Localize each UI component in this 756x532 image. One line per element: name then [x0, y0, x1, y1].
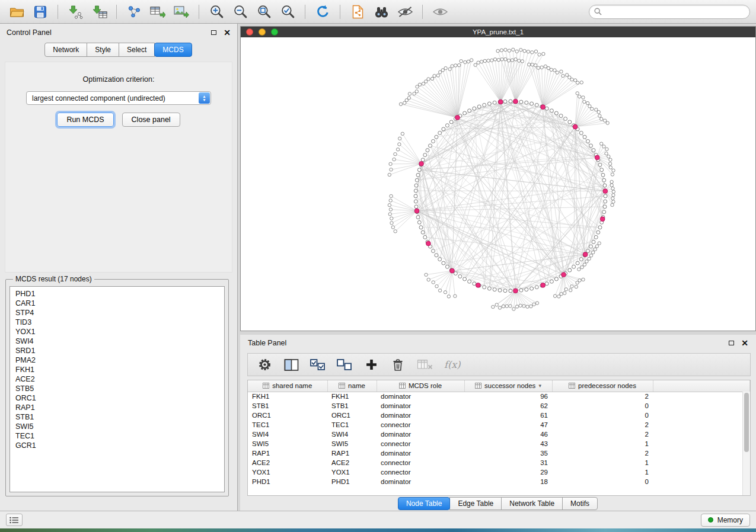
- network-node[interactable]: [557, 295, 560, 298]
- network-node[interactable]: [568, 268, 572, 272]
- network-node[interactable]: [473, 107, 476, 110]
- network-node[interactable]: [609, 158, 612, 161]
- network-node[interactable]: [432, 139, 435, 143]
- network-node[interactable]: [532, 303, 535, 306]
- table-row[interactable]: YOX1YOX1connector291: [248, 467, 750, 477]
- network-node[interactable]: [414, 194, 417, 198]
- network-node[interactable]: [432, 249, 435, 253]
- network-node[interactable]: [389, 162, 392, 165]
- tab-select[interactable]: Select: [119, 43, 155, 57]
- float-panel-icon[interactable]: [211, 30, 216, 35]
- network-node[interactable]: [605, 152, 608, 155]
- network-node[interactable]: [612, 169, 615, 172]
- network-node[interactable]: [445, 265, 449, 268]
- network-node[interactable]: [550, 68, 553, 71]
- network-graph[interactable]: [241, 37, 755, 329]
- network-dominator-node[interactable]: [600, 217, 605, 222]
- network-dominator-node[interactable]: [541, 283, 546, 288]
- unselect-all-button[interactable]: [337, 357, 352, 373]
- table-cell[interactable]: RAP1: [327, 448, 377, 458]
- network-node[interactable]: [576, 92, 579, 95]
- network-node[interactable]: [531, 63, 534, 66]
- network-dominator-node[interactable]: [426, 241, 431, 246]
- network-node[interactable]: [399, 102, 402, 105]
- table-cell[interactable]: 61: [464, 411, 552, 420]
- network-node[interactable]: [563, 291, 566, 294]
- tab-motifs[interactable]: Motifs: [562, 497, 598, 510]
- binoculars-button[interactable]: [371, 3, 392, 21]
- mcds-result-item[interactable]: ORC1: [15, 393, 219, 403]
- table-cell[interactable]: STB1: [248, 401, 327, 411]
- network-node[interactable]: [537, 66, 540, 69]
- network-node[interactable]: [544, 65, 547, 68]
- table-cell[interactable]: 43: [464, 439, 552, 448]
- table-cell[interactable]: SWI5: [327, 439, 377, 448]
- network-node[interactable]: [588, 257, 591, 260]
- column-header-shared-name[interactable]: shared name: [248, 380, 327, 392]
- mcds-result-item[interactable]: STB1: [15, 412, 219, 422]
- network-node[interactable]: [560, 293, 563, 296]
- network-node[interactable]: [515, 305, 518, 308]
- network-dominator-node[interactable]: [419, 161, 424, 166]
- network-dominator-node[interactable]: [595, 155, 599, 160]
- table-cell[interactable]: 0: [552, 401, 653, 411]
- zoom-in-button[interactable]: [206, 3, 227, 21]
- mcds-result-item[interactable]: SRD1: [15, 346, 219, 355]
- delete-column-button[interactable]: [390, 357, 406, 373]
- zoom-out-button[interactable]: [229, 3, 251, 21]
- network-node[interactable]: [435, 254, 438, 257]
- close-table-panel-icon[interactable]: ✕: [741, 340, 748, 346]
- network-node[interactable]: [388, 204, 391, 207]
- memory-button[interactable]: Memory: [701, 514, 750, 527]
- network-canvas[interactable]: [241, 37, 755, 331]
- network-node[interactable]: [607, 155, 610, 158]
- column-header-predecessor-nodes[interactable]: predecessor nodes: [552, 380, 653, 392]
- clear-table-button[interactable]: [417, 357, 433, 373]
- network-node[interactable]: [604, 194, 607, 198]
- network-node[interactable]: [600, 168, 604, 172]
- network-node[interactable]: [463, 111, 467, 115]
- network-node[interactable]: [442, 127, 445, 131]
- export-table-button[interactable]: [147, 3, 168, 21]
- network-node[interactable]: [542, 52, 545, 55]
- network-node[interactable]: [597, 110, 600, 113]
- network-node[interactable]: [503, 100, 507, 103]
- mcds-result-item[interactable]: CAR1: [15, 299, 219, 308]
- network-node[interactable]: [559, 114, 563, 118]
- network-node[interactable]: [388, 173, 391, 176]
- network-node[interactable]: [535, 103, 538, 107]
- table-cell[interactable]: RAP1: [248, 448, 327, 458]
- network-node[interactable]: [612, 200, 615, 203]
- network-node[interactable]: [507, 59, 510, 62]
- network-node[interactable]: [441, 69, 444, 72]
- network-node[interactable]: [519, 289, 523, 292]
- network-node[interactable]: [477, 105, 481, 108]
- network-node[interactable]: [600, 142, 603, 145]
- table-row[interactable]: RAP1RAP1dominator352: [248, 448, 750, 458]
- table-cell[interactable]: PHD1: [327, 477, 377, 486]
- network-node[interactable]: [522, 305, 525, 307]
- network-node[interactable]: [468, 109, 471, 113]
- network-node[interactable]: [432, 281, 435, 284]
- network-node[interactable]: [589, 245, 593, 248]
- network-node[interactable]: [427, 278, 430, 281]
- mcds-result-item[interactable]: STP4: [15, 308, 219, 318]
- network-node[interactable]: [568, 120, 572, 124]
- mcds-result-item[interactable]: PHD1: [15, 289, 219, 299]
- table-cell[interactable]: SWI4: [248, 430, 327, 439]
- network-node[interactable]: [414, 200, 417, 203]
- network-node[interactable]: [473, 282, 476, 286]
- network-dominator-node[interactable]: [513, 289, 518, 293]
- network-node[interactable]: [438, 258, 442, 261]
- network-node[interactable]: [509, 305, 512, 307]
- network-node[interactable]: [519, 304, 522, 307]
- network-node[interactable]: [438, 289, 441, 292]
- minimize-window-button[interactable]: [259, 28, 266, 36]
- table-cell[interactable]: YOX1: [327, 467, 377, 477]
- network-node[interactable]: [435, 285, 438, 288]
- network-node[interactable]: [527, 50, 529, 53]
- network-node[interactable]: [458, 63, 461, 66]
- network-node[interactable]: [605, 148, 608, 150]
- network-node[interactable]: [429, 144, 432, 148]
- network-node[interactable]: [564, 288, 567, 291]
